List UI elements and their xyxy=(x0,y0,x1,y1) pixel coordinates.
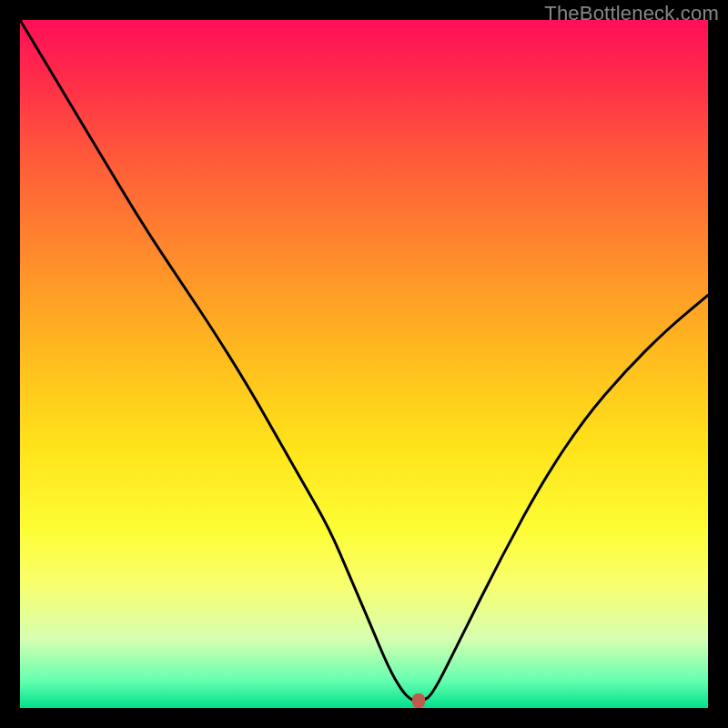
bottleneck-curve xyxy=(20,20,708,701)
optimum-marker xyxy=(412,693,425,708)
curve-svg xyxy=(20,20,708,708)
plot-area xyxy=(20,20,708,708)
chart-frame: TheBottleneck.com xyxy=(0,0,728,728)
